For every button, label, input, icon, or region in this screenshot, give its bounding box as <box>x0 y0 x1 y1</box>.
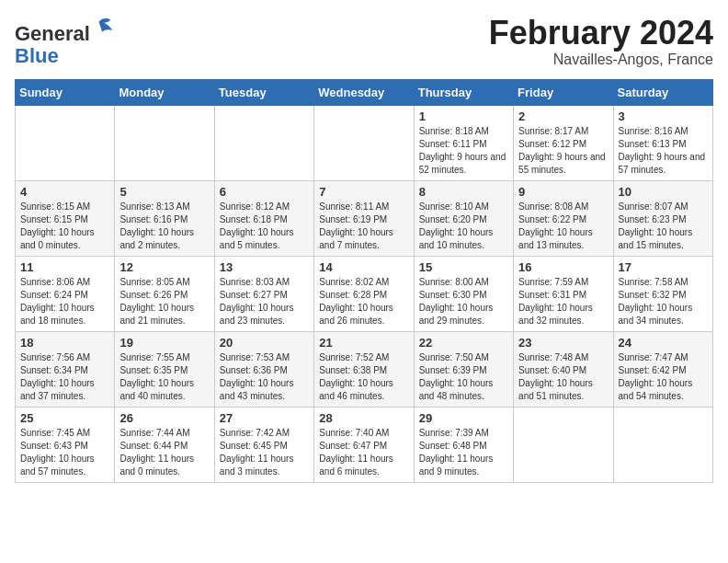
table-row: 2Sunrise: 8:17 AM Sunset: 6:12 PM Daylig… <box>514 105 613 180</box>
table-row: 6Sunrise: 8:12 AM Sunset: 6:18 PM Daylig… <box>214 180 313 256</box>
week-row-5: 25Sunrise: 7:45 AM Sunset: 6:43 PM Dayli… <box>16 407 713 482</box>
table-row: 14Sunrise: 8:02 AM Sunset: 6:28 PM Dayli… <box>314 256 414 331</box>
col-saturday: Saturday <box>613 79 712 105</box>
calendar-title: February 2024 <box>489 15 713 52</box>
day-number: 5 <box>119 185 209 199</box>
table-row: 25Sunrise: 7:45 AM Sunset: 6:43 PM Dayli… <box>16 407 115 482</box>
table-row: 27Sunrise: 7:42 AM Sunset: 6:45 PM Dayli… <box>214 407 313 482</box>
day-info: Sunrise: 7:40 AM Sunset: 6:47 PM Dayligh… <box>319 427 408 478</box>
day-info: Sunrise: 7:44 AM Sunset: 6:44 PM Dayligh… <box>119 427 209 478</box>
table-row: 12Sunrise: 8:05 AM Sunset: 6:26 PM Dayli… <box>115 256 214 331</box>
col-sunday: Sunday <box>16 79 115 105</box>
day-info: Sunrise: 8:10 AM Sunset: 6:20 PM Dayligh… <box>419 201 508 252</box>
calendar-table: Sunday Monday Tuesday Wednesday Thursday… <box>15 79 713 483</box>
day-number: 23 <box>518 336 608 350</box>
header-row: Sunday Monday Tuesday Wednesday Thursday… <box>16 79 713 105</box>
table-row: 8Sunrise: 8:10 AM Sunset: 6:20 PM Daylig… <box>414 180 513 256</box>
table-row: 18Sunrise: 7:56 AM Sunset: 6:34 PM Dayli… <box>16 331 115 407</box>
table-row: 1Sunrise: 8:18 AM Sunset: 6:11 PM Daylig… <box>414 105 513 180</box>
table-row: 13Sunrise: 8:03 AM Sunset: 6:27 PM Dayli… <box>214 256 313 331</box>
day-info: Sunrise: 7:48 AM Sunset: 6:40 PM Dayligh… <box>518 351 608 403</box>
day-info: Sunrise: 7:47 AM Sunset: 6:42 PM Dayligh… <box>619 351 708 403</box>
day-number: 15 <box>419 260 508 274</box>
day-number: 8 <box>419 185 508 199</box>
calendar-subtitle: Navailles-Angos, France <box>489 52 713 68</box>
day-info: Sunrise: 8:11 AM Sunset: 6:19 PM Dayligh… <box>319 201 408 252</box>
day-number: 20 <box>220 336 309 350</box>
table-row <box>16 105 115 180</box>
title-block: February 2024 Navailles-Angos, France <box>489 15 713 68</box>
day-info: Sunrise: 7:58 AM Sunset: 6:32 PM Dayligh… <box>619 276 708 327</box>
table-row: 24Sunrise: 7:47 AM Sunset: 6:42 PM Dayli… <box>613 331 712 407</box>
day-number: 4 <box>20 185 109 199</box>
day-info: Sunrise: 7:59 AM Sunset: 6:31 PM Dayligh… <box>518 276 608 327</box>
col-tuesday: Tuesday <box>214 79 313 105</box>
logo-bird-icon <box>92 15 118 40</box>
day-number: 24 <box>619 336 708 350</box>
table-row: 11Sunrise: 8:06 AM Sunset: 6:24 PM Dayli… <box>16 256 115 331</box>
day-number: 19 <box>119 336 209 350</box>
week-row-2: 4Sunrise: 8:15 AM Sunset: 6:15 PM Daylig… <box>16 180 713 256</box>
table-row: 3Sunrise: 8:16 AM Sunset: 6:13 PM Daylig… <box>613 105 712 180</box>
day-info: Sunrise: 7:55 AM Sunset: 6:35 PM Dayligh… <box>119 351 209 403</box>
day-number: 10 <box>619 185 708 199</box>
day-number: 18 <box>20 336 109 350</box>
calendar-body: 1Sunrise: 8:18 AM Sunset: 6:11 PM Daylig… <box>16 105 713 482</box>
day-number: 14 <box>319 260 408 274</box>
day-number: 17 <box>619 260 708 274</box>
day-number: 12 <box>119 260 209 274</box>
day-number: 6 <box>220 185 309 199</box>
day-info: Sunrise: 7:52 AM Sunset: 6:38 PM Dayligh… <box>319 351 408 403</box>
table-row: 28Sunrise: 7:40 AM Sunset: 6:47 PM Dayli… <box>314 407 414 482</box>
day-info: Sunrise: 8:05 AM Sunset: 6:26 PM Dayligh… <box>119 276 209 327</box>
table-row <box>314 105 414 180</box>
table-row: 23Sunrise: 7:48 AM Sunset: 6:40 PM Dayli… <box>514 331 613 407</box>
day-number: 2 <box>518 109 608 123</box>
day-info: Sunrise: 8:07 AM Sunset: 6:23 PM Dayligh… <box>619 201 708 252</box>
table-row: 17Sunrise: 7:58 AM Sunset: 6:32 PM Dayli… <box>613 256 712 331</box>
day-info: Sunrise: 8:03 AM Sunset: 6:27 PM Dayligh… <box>220 276 309 327</box>
day-info: Sunrise: 8:13 AM Sunset: 6:16 PM Dayligh… <box>119 201 209 252</box>
day-info: Sunrise: 8:17 AM Sunset: 6:12 PM Dayligh… <box>518 125 608 177</box>
day-info: Sunrise: 8:00 AM Sunset: 6:30 PM Dayligh… <box>419 276 508 327</box>
day-number: 22 <box>419 336 508 350</box>
day-info: Sunrise: 8:18 AM Sunset: 6:11 PM Dayligh… <box>419 125 508 177</box>
table-row: 26Sunrise: 7:44 AM Sunset: 6:44 PM Dayli… <box>115 407 214 482</box>
table-row: 19Sunrise: 7:55 AM Sunset: 6:35 PM Dayli… <box>115 331 214 407</box>
table-row <box>214 105 313 180</box>
day-info: Sunrise: 7:53 AM Sunset: 6:36 PM Dayligh… <box>220 351 309 403</box>
col-thursday: Thursday <box>414 79 513 105</box>
week-row-1: 1Sunrise: 8:18 AM Sunset: 6:11 PM Daylig… <box>16 105 713 180</box>
table-row: 9Sunrise: 8:08 AM Sunset: 6:22 PM Daylig… <box>514 180 613 256</box>
table-row: 5Sunrise: 8:13 AM Sunset: 6:16 PM Daylig… <box>115 180 214 256</box>
day-number: 11 <box>20 260 109 274</box>
day-info: Sunrise: 8:15 AM Sunset: 6:15 PM Dayligh… <box>20 201 109 252</box>
day-info: Sunrise: 7:39 AM Sunset: 6:48 PM Dayligh… <box>419 427 508 478</box>
day-number: 29 <box>419 411 508 425</box>
table-row: 29Sunrise: 7:39 AM Sunset: 6:48 PM Dayli… <box>414 407 513 482</box>
table-row: 4Sunrise: 8:15 AM Sunset: 6:15 PM Daylig… <box>16 180 115 256</box>
week-row-4: 18Sunrise: 7:56 AM Sunset: 6:34 PM Dayli… <box>16 331 713 407</box>
table-row: 20Sunrise: 7:53 AM Sunset: 6:36 PM Dayli… <box>214 331 313 407</box>
day-number: 25 <box>20 411 109 425</box>
day-number: 27 <box>220 411 309 425</box>
day-number: 28 <box>319 411 408 425</box>
day-info: Sunrise: 8:06 AM Sunset: 6:24 PM Dayligh… <box>20 276 109 327</box>
day-number: 26 <box>119 411 209 425</box>
table-row: 16Sunrise: 7:59 AM Sunset: 6:31 PM Dayli… <box>514 256 613 331</box>
table-row: 7Sunrise: 8:11 AM Sunset: 6:19 PM Daylig… <box>314 180 414 256</box>
day-info: Sunrise: 7:45 AM Sunset: 6:43 PM Dayligh… <box>20 427 109 478</box>
col-friday: Friday <box>514 79 613 105</box>
table-row: 10Sunrise: 8:07 AM Sunset: 6:23 PM Dayli… <box>613 180 712 256</box>
day-info: Sunrise: 8:02 AM Sunset: 6:28 PM Dayligh… <box>319 276 408 327</box>
day-number: 3 <box>619 109 708 123</box>
day-info: Sunrise: 8:12 AM Sunset: 6:18 PM Dayligh… <box>220 201 309 252</box>
col-wednesday: Wednesday <box>314 79 414 105</box>
table-row <box>514 407 613 482</box>
logo-blue-text: Blue <box>15 44 59 67</box>
day-info: Sunrise: 8:08 AM Sunset: 6:22 PM Dayligh… <box>518 201 608 252</box>
day-info: Sunrise: 7:50 AM Sunset: 6:39 PM Dayligh… <box>419 351 508 403</box>
day-number: 16 <box>518 260 608 274</box>
logo: General Blue <box>15 15 118 67</box>
col-monday: Monday <box>115 79 214 105</box>
